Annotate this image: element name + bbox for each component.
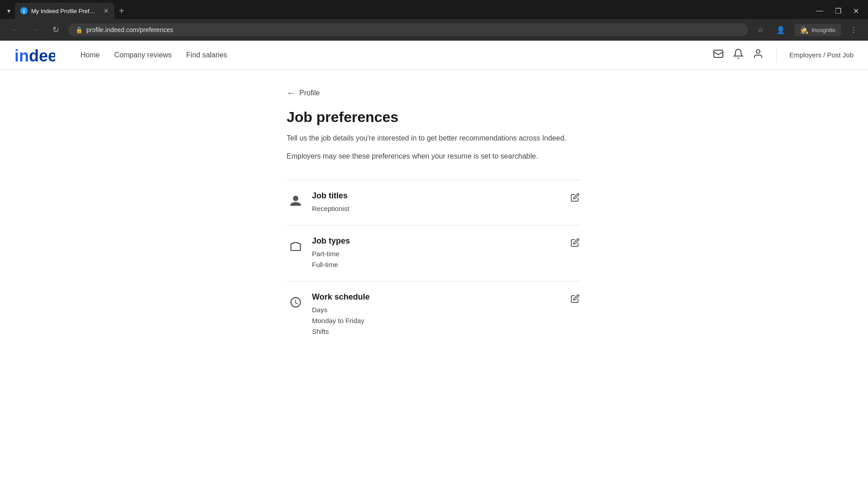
profile-button[interactable]: 👤 bbox=[773, 24, 789, 36]
job-type-part-time: Part-time bbox=[312, 249, 581, 259]
minimize-button[interactable]: — bbox=[811, 5, 829, 17]
active-tab[interactable]: ℹ My Indeed Profile Preferences ✕ bbox=[15, 3, 114, 19]
svg-point-3 bbox=[756, 50, 760, 53]
work-schedule-values: Days Monday to Friday Shifts bbox=[312, 305, 581, 337]
work-schedule-icon bbox=[287, 293, 305, 311]
tab-favicon: ℹ bbox=[20, 7, 28, 14]
svg-text:deed: deed bbox=[29, 47, 55, 64]
page-title: Job preferences bbox=[287, 109, 581, 126]
schedule-monday-friday: Monday to Friday bbox=[312, 315, 581, 326]
indeed-logo[interactable]: in deed bbox=[14, 46, 55, 64]
job-types-edit-button[interactable] bbox=[569, 236, 581, 251]
work-schedule-body: Work schedule Days Monday to Friday Shif… bbox=[312, 292, 581, 337]
tab-title: My Indeed Profile Preferences bbox=[31, 8, 98, 14]
work-schedule-label: Work schedule bbox=[312, 292, 581, 302]
schedule-shifts: Shifts bbox=[312, 326, 581, 337]
back-arrow-icon: ← bbox=[287, 88, 296, 98]
svg-rect-2 bbox=[714, 50, 723, 57]
back-to-profile-link[interactable]: ← Profile bbox=[287, 88, 581, 98]
back-label: Profile bbox=[299, 89, 320, 97]
incognito-badge: 🕵️ Incognito bbox=[794, 24, 841, 36]
incognito-icon: 🕵️ bbox=[800, 26, 809, 34]
url-text: profile.indeed.com/preferences bbox=[86, 26, 741, 33]
job-titles-section: Job titles Receptionist bbox=[287, 180, 581, 225]
employers-link[interactable]: Employers / Post Job bbox=[789, 51, 854, 59]
close-button[interactable]: ✕ bbox=[848, 5, 864, 17]
job-titles-values: Receptionist bbox=[312, 203, 581, 214]
page-description: Tell us the job details you're intereste… bbox=[287, 133, 581, 144]
svg-text:in: in bbox=[14, 47, 29, 64]
notifications-icon[interactable] bbox=[733, 48, 744, 62]
account-icon[interactable] bbox=[753, 48, 764, 62]
job-types-icon bbox=[287, 237, 305, 255]
address-bar[interactable]: 🔒 profile.indeed.com/preferences bbox=[68, 23, 748, 36]
job-types-label: Job types bbox=[312, 236, 581, 246]
job-titles-icon bbox=[287, 192, 305, 210]
maximize-button[interactable]: ❐ bbox=[830, 5, 847, 17]
indeed-navbar: in deed Home Company reviews Find salari… bbox=[0, 41, 868, 70]
forward-button[interactable]: → bbox=[28, 23, 43, 37]
lock-icon: 🔒 bbox=[75, 27, 83, 33]
job-types-body: Job types Part-time Full-time bbox=[312, 236, 581, 270]
job-type-full-time: Full-time bbox=[312, 259, 581, 270]
new-tab-button[interactable]: + bbox=[115, 5, 128, 17]
job-types-values: Part-time Full-time bbox=[312, 249, 581, 270]
messages-icon[interactable] bbox=[713, 48, 724, 62]
page-note: Employers may see these preferences when… bbox=[287, 151, 581, 162]
tab-close-button[interactable]: ✕ bbox=[104, 7, 109, 14]
job-titles-label: Job titles bbox=[312, 191, 581, 201]
bookmark-button[interactable]: ☆ bbox=[754, 24, 767, 36]
incognito-label: Incognito bbox=[811, 27, 835, 33]
back-button[interactable]: ← bbox=[7, 23, 23, 37]
nav-home[interactable]: Home bbox=[80, 51, 100, 59]
work-schedule-section: Work schedule Days Monday to Friday Shif… bbox=[287, 281, 581, 348]
schedule-days: Days bbox=[312, 305, 581, 315]
work-schedule-edit-button[interactable] bbox=[569, 292, 581, 307]
browser-menu-button[interactable]: ⋮ bbox=[846, 24, 861, 36]
nav-company-reviews[interactable]: Company reviews bbox=[114, 51, 172, 59]
page-content: in deed Home Company reviews Find salari… bbox=[0, 41, 868, 488]
nav-find-salaries[interactable]: Find salaries bbox=[186, 51, 227, 59]
tab-group-button[interactable]: ▾ bbox=[4, 5, 14, 16]
main-content: ← Profile Job preferences Tell us the jo… bbox=[276, 70, 592, 384]
job-titles-body: Job titles Receptionist bbox=[312, 191, 581, 214]
reload-button[interactable]: ↻ bbox=[49, 23, 63, 37]
job-titles-edit-button[interactable] bbox=[569, 191, 581, 206]
nav-divider bbox=[776, 48, 777, 62]
job-types-section: Job types Part-time Full-time bbox=[287, 225, 581, 281]
